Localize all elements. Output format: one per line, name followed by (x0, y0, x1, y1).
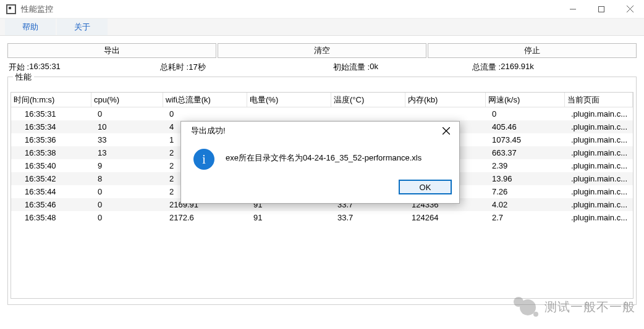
col-page[interactable]: 当前页面 (565, 93, 633, 107)
cell-page: .plugin.main.c... (565, 161, 633, 170)
maximize-icon (598, 6, 604, 12)
stat-total-traffic: 总流量 : 2169.91k (472, 62, 534, 73)
app-icon (6, 4, 16, 14)
menu-about[interactable]: 关于 (57, 19, 108, 35)
cell-net: 7.26 (486, 187, 565, 196)
col-battery[interactable]: 电量(%) (247, 93, 331, 107)
stat-total-traffic-value: 2169.91k (501, 62, 534, 73)
minimize-icon (570, 6, 576, 12)
table-header: 时间(h:m:s) cpu(%) wifi总流量(k) 电量(%) 温度(°C)… (11, 93, 633, 107)
cell-cpu: 33 (91, 135, 163, 144)
cell-page: .plugin.main.c... (565, 109, 633, 119)
cell-battery: 91 (247, 213, 331, 222)
cell-cpu: 0 (91, 213, 163, 222)
dialog-titlebar: 导出成功! (181, 122, 459, 140)
stats-row: 开始 : 16:35:31 总耗时 : 17秒 初始流量 : 0k 总流量 : … (7, 58, 637, 75)
stat-elapsed: 总耗时 : 17秒 (160, 62, 333, 73)
cell-time: 16:35:38 (11, 148, 91, 157)
cell-net: 0 (486, 109, 565, 119)
minimize-button[interactable] (559, 0, 587, 19)
close-icon (627, 6, 633, 12)
cell-net: 2.7 (486, 213, 565, 222)
menubar: 帮助 关于 (0, 19, 644, 36)
export-success-dialog: 导出成功! i exe所在目录文件名为04-24-16_35_52-perfor… (180, 121, 460, 204)
col-net[interactable]: 网速(k/s) (486, 93, 565, 107)
window-title: 性能监控 (21, 4, 53, 15)
cell-cpu: 13 (91, 148, 163, 157)
col-cpu[interactable]: cpu(%) (91, 93, 163, 107)
cell-net: 4.02 (486, 200, 565, 209)
action-row: 导出 清空 停止 (7, 43, 637, 58)
cell-time: 16:35:40 (11, 161, 91, 170)
dialog-footer: OK (181, 176, 459, 203)
cell-cpu: 0 (91, 109, 163, 119)
dialog-message: exe所在目录文件名为04-24-16_35_52-performance.xl… (226, 149, 422, 164)
table-row[interactable]: 16:35:4802172.69133.71242642.7.plugin.ma… (11, 211, 633, 224)
cell-mem: 124264 (405, 213, 486, 222)
cell-page: .plugin.main.c... (565, 213, 633, 222)
cell-temp: 33.7 (331, 213, 405, 222)
cell-time: 16:35:34 (11, 122, 91, 131)
cell-cpu: 8 (91, 174, 163, 183)
cell-page: .plugin.main.c... (565, 148, 633, 157)
stat-init-traffic: 初始流量 : 0k (333, 62, 472, 73)
cell-cpu: 10 (91, 122, 163, 131)
close-icon (443, 127, 450, 135)
cell-page: .plugin.main.c... (565, 174, 633, 183)
cell-net: 1073.45 (486, 135, 565, 144)
table-row[interactable]: 16:35:31000.plugin.main.c... (11, 107, 633, 120)
stat-elapsed-value: 17秒 (189, 62, 205, 73)
cell-time: 16:35:31 (11, 109, 91, 119)
stat-total-traffic-label: 总流量 : (472, 62, 501, 73)
cell-wifi: 0 (163, 109, 247, 119)
col-mem[interactable]: 内存(kb) (405, 93, 486, 107)
cell-time: 16:35:44 (11, 187, 91, 196)
cell-page: .plugin.main.c... (565, 135, 633, 144)
dialog-title: 导出成功! (191, 125, 226, 136)
cell-cpu: 0 (91, 200, 163, 209)
stop-button[interactable]: 停止 (428, 43, 637, 58)
close-button[interactable] (616, 0, 644, 19)
col-time[interactable]: 时间(h:m:s) (11, 93, 91, 107)
cell-page: .plugin.main.c... (565, 200, 633, 209)
performance-legend: 性能 (13, 72, 34, 83)
col-temp[interactable]: 温度(°C) (331, 93, 405, 107)
stat-elapsed-label: 总耗时 : (160, 62, 189, 73)
export-button[interactable]: 导出 (7, 43, 216, 58)
cell-time: 16:35:36 (11, 135, 91, 144)
stat-init-traffic-label: 初始流量 : (333, 62, 370, 73)
cell-cpu: 9 (91, 161, 163, 170)
cell-net: 13.96 (486, 174, 565, 183)
cell-wifi: 2172.6 (163, 213, 247, 222)
col-wifi[interactable]: wifi总流量(k) (163, 93, 247, 107)
dialog-ok-button[interactable]: OK (399, 180, 452, 194)
cell-page: .plugin.main.c... (565, 122, 633, 131)
cell-time: 16:35:46 (11, 200, 91, 209)
menu-help[interactable]: 帮助 (5, 19, 56, 35)
cell-cpu: 0 (91, 187, 163, 196)
svg-rect-1 (599, 6, 604, 12)
cell-page: .plugin.main.c... (565, 187, 633, 196)
stat-init-traffic-value: 0k (370, 62, 378, 73)
maximize-button[interactable] (587, 0, 616, 19)
dialog-close-button[interactable] (433, 122, 459, 140)
cell-net: 663.37 (486, 148, 565, 157)
window-titlebar: 性能监控 (0, 0, 644, 19)
info-icon: i (193, 149, 214, 170)
cell-time: 16:35:42 (11, 174, 91, 183)
dialog-body: i exe所在目录文件名为04-24-16_35_52-performance.… (181, 140, 459, 176)
cell-net: 405.46 (486, 122, 565, 131)
cell-net: 2.39 (486, 161, 565, 170)
clear-button[interactable]: 清空 (218, 43, 426, 58)
cell-time: 16:35:48 (11, 213, 91, 222)
